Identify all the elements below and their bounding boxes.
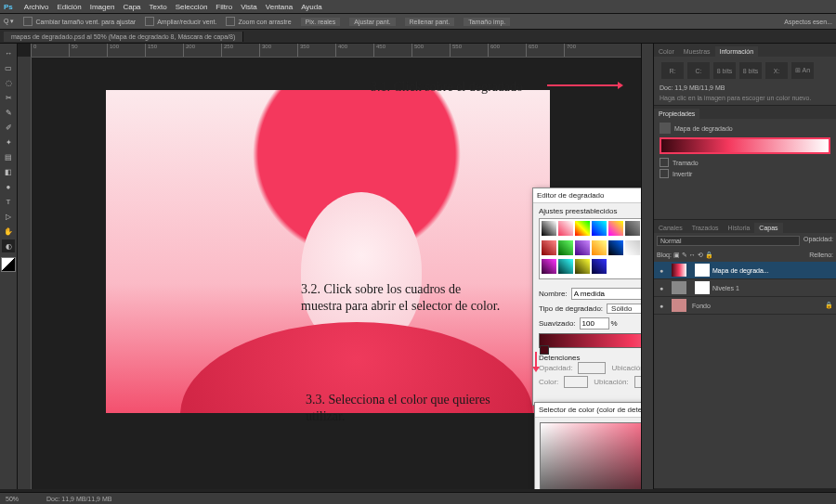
menu-archivo[interactable]: Archivo <box>24 3 49 11</box>
pen-tool-icon[interactable]: ● <box>2 180 15 193</box>
layer-mask-thumb[interactable] <box>695 281 710 294</box>
tab-trazados[interactable]: Trazados <box>687 223 724 233</box>
opacity-label: Opacidad: <box>803 236 833 246</box>
workspace-switcher[interactable]: Aspectos esen... <box>784 19 832 25</box>
menu-capa[interactable]: Capa <box>123 3 140 11</box>
menu-edicion[interactable]: Edición <box>57 3 81 11</box>
ge-stops-label: Detenciones <box>539 354 641 362</box>
annotation-1: 3.1. Click sobre el degradado <box>371 79 523 96</box>
lasso-tool-icon[interactable]: ◌ <box>2 76 15 89</box>
props-gradient-bar[interactable] <box>660 137 830 154</box>
gradient-stop-left[interactable] <box>540 345 549 355</box>
color-picker-title: Selector de color (color de detención) <box>539 406 641 414</box>
props-title: Mapa de degradado <box>674 125 733 132</box>
menu-vista[interactable]: Vista <box>241 3 257 11</box>
opt-fit-button[interactable]: Ajustar pant. <box>349 18 395 26</box>
menu-texto[interactable]: Texto <box>150 3 167 11</box>
dither-label: Tramado <box>673 160 699 166</box>
marquee-tool-icon[interactable]: ▭ <box>2 61 15 74</box>
opt-check[interactable] <box>226 17 235 26</box>
gradient-presets[interactable] <box>539 218 641 279</box>
layer-mask-thumb[interactable] <box>695 264 710 277</box>
ge-type-select[interactable]: Sólido <box>607 304 641 314</box>
toolbox: ↔ ▭ ◌ ✂ ✎ ✐ ✦ ▤ ◧ ● T ▷ ✋ ◐ <box>0 44 18 489</box>
menu-ventana[interactable]: Ventana <box>266 3 293 11</box>
visibility-icon[interactable]: ● <box>657 303 666 309</box>
ruler-vertical <box>18 57 32 489</box>
collapsed-panel-strip[interactable] <box>641 44 653 489</box>
tab-capas[interactable]: Capas <box>754 223 782 233</box>
tab-color[interactable]: Color <box>654 46 679 57</box>
menu-bar: Ps Archivo Edición Imagen Capa Texto Sel… <box>0 0 836 14</box>
layer-row[interactable]: ●Niveles 1 <box>654 279 836 297</box>
ge-name-input[interactable] <box>571 288 641 300</box>
dodge-tool-icon[interactable]: ◧ <box>2 165 15 178</box>
visibility-icon[interactable]: ● <box>657 285 666 291</box>
ge-location2-label: Ubicación: <box>594 378 628 386</box>
ge-location2-input[interactable] <box>634 376 641 388</box>
opt-check[interactable] <box>23 17 33 26</box>
gradient-strip[interactable] <box>539 333 641 348</box>
stamp-tool-icon[interactable]: ✦ <box>2 136 15 149</box>
status-doc: Doc: 11,9 MB/11,9 MB <box>46 496 111 502</box>
info-doc: Doc: 11,9 MB/11,9 MB <box>660 84 830 91</box>
type-tool-icon[interactable]: T <box>2 195 15 208</box>
options-bar: Q ▾ Cambiar tamaño vent. para ajustar Am… <box>0 14 836 30</box>
zoom-level[interactable]: 50% <box>6 496 19 502</box>
tab-canales[interactable]: Canales <box>654 223 687 233</box>
opt-fill-button[interactable]: Rellenar pant. <box>405 18 455 26</box>
ge-opacity-input[interactable] <box>578 362 606 374</box>
lock-icon: 🔒 <box>825 302 833 309</box>
layer-thumb[interactable] <box>672 264 686 277</box>
document-tab[interactable]: mapas de degradado.psd al 50% (Mapa de d… <box>4 32 243 42</box>
ge-color-swatch[interactable] <box>564 376 588 388</box>
dither-check[interactable] <box>660 158 669 167</box>
tab-historia[interactable]: Historia <box>724 223 755 233</box>
visibility-icon[interactable]: ● <box>657 267 666 274</box>
menu-imagen[interactable]: Imagen <box>90 3 115 11</box>
ge-smooth-label: Suavizado: <box>539 319 576 328</box>
layer-name[interactable]: Niveles 1 <box>712 285 739 291</box>
ge-name-label: Nombre: <box>539 290 568 298</box>
info-panel: ColorMuestrasInformación R:C:8 bits8 bit… <box>654 44 836 106</box>
annotation-2-arrow-icon <box>535 352 537 370</box>
reverse-check[interactable] <box>660 169 669 178</box>
menu-ayuda[interactable]: Ayuda <box>301 3 322 11</box>
gradient-editor-dialog: Editor de degradado — ▢ ✕ Ajustes preest… <box>532 187 641 406</box>
tab-propiedades[interactable]: Propiedades <box>654 109 699 119</box>
layer-name[interactable]: Fondo <box>692 303 711 309</box>
tab-informacion[interactable]: Información <box>715 46 759 57</box>
layer-thumb[interactable] <box>672 299 686 312</box>
ge-smooth-input[interactable] <box>580 317 609 330</box>
opt-scrub-label: Zoom con arrastre <box>238 19 291 25</box>
gradient-tool-icon[interactable]: ▤ <box>2 150 15 163</box>
annotation-2: 3.2. Click sobre los cuadros de muestra … <box>301 281 505 315</box>
presets-label: Ajustes preestablecidos <box>539 207 641 215</box>
app-logo: Ps <box>4 3 13 11</box>
layer-row[interactable]: ●Fondo🔒 <box>654 297 836 315</box>
layer-row[interactable]: ●Mapa de degrada... <box>654 262 836 279</box>
hand-tool-icon[interactable]: ✋ <box>2 225 15 238</box>
color-field[interactable] <box>540 422 641 489</box>
menu-seleccion[interactable]: Selección <box>176 3 208 11</box>
crop-tool-icon[interactable]: ✂ <box>2 91 15 104</box>
minimize-icon[interactable]: — <box>639 191 641 200</box>
blend-mode-select[interactable]: Normal <box>657 236 800 246</box>
opt-aspect-button[interactable]: Tamaño imp. <box>464 18 510 26</box>
canvas-area: 0501001502002503003504004505005506006507… <box>18 44 641 489</box>
layer-name[interactable]: Mapa de degrada... <box>712 267 769 274</box>
lock-row[interactable]: Bloq: ▣ ✎ ↔ ⟲ 🔒 <box>657 252 809 259</box>
color-swatch-icon[interactable] <box>1 257 16 272</box>
tab-muestras[interactable]: Muestras <box>679 46 715 57</box>
menu-filtro[interactable]: Filtro <box>216 3 232 11</box>
canvas-image[interactable] <box>106 90 550 413</box>
brush-tool-icon[interactable]: ✐ <box>2 121 15 134</box>
status-bar: 50% Doc: 11,9 MB/11,9 MB <box>0 492 836 504</box>
layer-thumb[interactable] <box>672 281 686 294</box>
opt-px-button[interactable]: Pix. reales <box>301 18 341 26</box>
opt-check[interactable] <box>145 17 154 26</box>
zoom-tool-icon[interactable]: ◐ <box>2 239 15 252</box>
move-tool-icon[interactable]: ↔ <box>2 46 15 59</box>
eyedropper-tool-icon[interactable]: ✎ <box>2 106 15 119</box>
path-tool-icon[interactable]: ▷ <box>2 210 15 223</box>
